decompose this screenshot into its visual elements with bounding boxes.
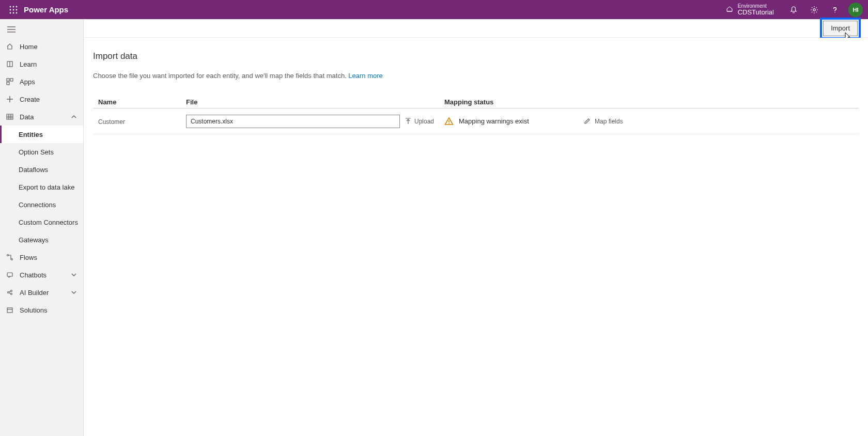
sidebar-sub-label: Gateways [19, 236, 49, 244]
svg-point-27 [11, 259, 13, 260]
svg-point-4 [13, 9, 14, 10]
gear-icon [810, 6, 818, 14]
sidebar-sub-option-sets[interactable]: Option Sets [0, 143, 83, 161]
sidebar-sub-custom-connectors[interactable]: Custom Connectors [0, 213, 83, 231]
svg-line-33 [9, 293, 10, 294]
sidebar-sub-label: Custom Connectors [19, 219, 78, 226]
sidebar-item-learn[interactable]: Learn [0, 55, 83, 73]
sidebar-item-label: Flows [20, 254, 37, 261]
svg-rect-18 [7, 82, 9, 85]
sidebar-sub-label: Dataflows [19, 166, 48, 174]
flows-icon [6, 254, 13, 261]
page-description-text: Choose the file you want imported for ea… [93, 72, 348, 80]
sidebar-sub-label: Option Sets [19, 148, 54, 156]
sidebar-item-apps[interactable]: Apps [0, 73, 83, 90]
command-bar: Import [84, 19, 868, 38]
svg-point-37 [448, 123, 450, 124]
chevron-down-icon [71, 272, 77, 278]
sidebar-item-label: Create [20, 96, 40, 103]
svg-point-9 [813, 8, 815, 10]
aibuilder-icon [6, 289, 13, 296]
svg-point-1 [13, 6, 14, 7]
sidebar-item-home[interactable]: Home [0, 38, 83, 55]
sidebar-sub-label: Export to data lake [19, 183, 74, 191]
avatar[interactable]: HI [848, 3, 863, 17]
map-fields-button[interactable]: Map fields [584, 118, 859, 125]
settings-button[interactable] [804, 0, 825, 19]
notifications-button[interactable] [783, 0, 804, 19]
left-nav: Home Learn Apps Create Data Entities Opt… [0, 19, 84, 436]
bell-icon [789, 6, 798, 14]
mapping-status-cell: Mapping warnings exist [444, 117, 584, 126]
environment-picker[interactable]: Environment CDSTutorial [725, 3, 774, 16]
sidebar-item-chatbots[interactable]: Chatbots [0, 266, 83, 284]
import-button[interactable]: Import [823, 21, 858, 36]
svg-rect-34 [7, 308, 12, 313]
svg-line-32 [9, 291, 10, 292]
sidebar-sub-connections[interactable]: Connections [0, 196, 83, 213]
upload-label: Upload [414, 118, 434, 125]
warning-icon [444, 117, 454, 126]
column-header-name: Name [93, 98, 186, 106]
column-header-status: Mapping status [444, 98, 584, 106]
sidebar-item-data[interactable]: Data [0, 108, 83, 126]
table-row: Customer Upload Mapping warnings exist M… [93, 108, 859, 134]
waffle-icon [9, 6, 18, 14]
sidebar-item-label: Home [20, 43, 38, 51]
svg-point-0 [10, 6, 11, 7]
environment-icon [725, 5, 734, 13]
sidebar-sub-export-data-lake[interactable]: Export to data lake [0, 178, 83, 196]
hamburger-icon [7, 26, 16, 33]
learn-icon [6, 60, 13, 68]
sidebar-sub-label: Connections [19, 201, 56, 209]
svg-point-3 [10, 9, 11, 10]
sidebar-sub-gateways[interactable]: Gateways [0, 231, 83, 248]
app-title: Power Apps [24, 5, 68, 14]
svg-point-2 [16, 6, 18, 7]
sidebar-item-create[interactable]: Create [0, 90, 83, 108]
tutorial-highlight: Import [820, 18, 861, 39]
chevron-down-icon [71, 289, 77, 295]
svg-rect-28 [7, 273, 12, 276]
environment-name: CDSTutorial [738, 9, 774, 16]
apps-icon [6, 78, 13, 85]
column-header-file: File [186, 98, 444, 106]
sidebar-item-solutions[interactable]: Solutions [0, 301, 83, 319]
svg-rect-21 [7, 114, 13, 119]
chevron-up-icon [71, 114, 77, 120]
svg-point-7 [13, 12, 14, 13]
file-name-input[interactable] [186, 115, 400, 128]
svg-point-26 [7, 255, 9, 256]
svg-point-5 [16, 9, 18, 10]
sidebar-sub-dataflows[interactable]: Dataflows [0, 161, 83, 178]
mapping-status-text: Mapping warnings exist [459, 117, 529, 125]
sidebar-item-label: Learn [20, 60, 37, 68]
import-table-header: Name File Mapping status [93, 98, 859, 108]
solutions-icon [6, 306, 13, 314]
sidebar-sub-entities[interactable]: Entities [0, 126, 83, 143]
page-title: Import data [93, 51, 859, 61]
entity-name-cell: Customer [93, 117, 186, 126]
app-header: Power Apps Environment CDSTutorial HI [0, 0, 868, 19]
sidebar-item-label: Solutions [20, 306, 47, 314]
help-button[interactable] [825, 0, 845, 19]
create-icon [6, 96, 13, 103]
nav-collapse-button[interactable] [0, 21, 83, 38]
sidebar-item-label: AI Builder [20, 289, 49, 297]
chatbots-icon [6, 271, 13, 278]
sidebar-item-flows[interactable]: Flows [0, 248, 83, 266]
data-icon [6, 113, 13, 120]
page-description: Choose the file you want imported for ea… [93, 72, 859, 80]
waffle-button[interactable] [4, 6, 23, 14]
learn-more-link[interactable]: Learn more [348, 72, 382, 80]
sidebar-sub-label: Entities [19, 131, 43, 138]
sidebar-item-ai-builder[interactable]: AI Builder [0, 284, 83, 301]
home-icon [6, 43, 13, 50]
svg-point-10 [834, 12, 835, 13]
sidebar-item-label: Apps [20, 78, 35, 86]
upload-button[interactable]: Upload [405, 118, 434, 125]
help-icon [831, 6, 839, 14]
svg-rect-16 [7, 79, 9, 81]
svg-point-31 [11, 293, 12, 295]
sidebar-item-label: Data [20, 113, 34, 121]
